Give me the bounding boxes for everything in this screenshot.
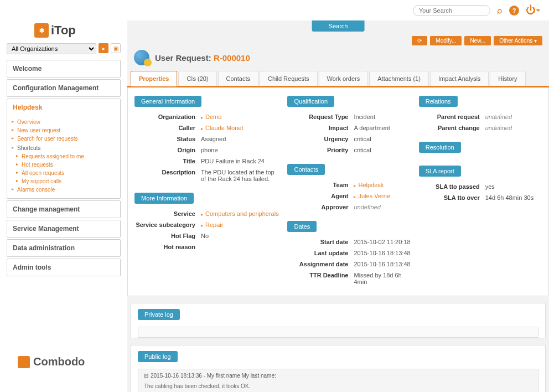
tab-impact[interactable]: Impact Analysis [430,71,489,86]
power-icon[interactable]: ⏻▾ [526,4,541,16]
nav-new-request[interactable]: New user request [17,126,120,135]
nav-my-support[interactable]: My support calls [22,177,120,185]
nav-helpdesk[interactable]: Helpdesk [7,99,120,116]
tab-history[interactable]: History [490,71,525,86]
nav-service[interactable]: Service Management [7,220,120,237]
private-log-input[interactable] [138,327,538,338]
tab-child-requests[interactable]: Child Requests [260,71,318,86]
nav-assigned-to-me[interactable]: Requests assigned to me [22,152,120,161]
logo-text: iTop [51,23,76,38]
link-team[interactable]: Helpdesk [358,182,384,188]
tab-attachments[interactable]: Attachments (1) [369,71,429,86]
app-logo: ✱ iTop [7,20,121,43]
section-sla: SLA report [419,166,461,177]
search-icon[interactable]: ⌕ [497,6,503,16]
link-organization[interactable]: Demo [205,114,221,120]
search-input[interactable] [419,7,484,14]
section-private-log: Private log [138,309,180,320]
logo-icon: ✱ [34,23,49,38]
nav-shortcuts-header: Shortcuts [17,143,120,152]
vendor-logo-icon [18,356,30,368]
section-contacts: Contacts [287,164,324,175]
help-icon[interactable]: ? [509,6,519,16]
link-caller[interactable]: Claude Monet [205,125,244,131]
org-clear-button[interactable]: ▣ [111,43,121,53]
global-search[interactable] [413,5,490,16]
public-log-entry: ⊟2015-10-16 18:13:36 - My first name My … [138,369,538,392]
link-subcategory[interactable]: Repair [205,221,223,228]
nav-hot-requests[interactable]: Hot requests [22,161,120,169]
tab-cis[interactable]: CIs (20) [178,71,216,86]
org-go-button[interactable]: ▸ [99,43,108,53]
nav-all-open[interactable]: All open requests [22,169,120,177]
section-qualification: Qualification [287,96,334,107]
request-icon [134,50,149,65]
search-tab[interactable]: Search [312,20,365,32]
nav-admin[interactable]: Admin tools [7,259,120,276]
link-service[interactable]: Computers and peripherals [205,210,279,217]
section-more: More Information [134,193,194,204]
refresh-button[interactable]: ⟳ [412,36,427,45]
nav-search-requests[interactable]: Search for user requests [17,135,120,143]
nav-alarms[interactable]: Alarms console [17,185,120,194]
nav-config[interactable]: Configuration Management [7,80,120,96]
nav-data[interactable]: Data administration [7,240,120,256]
vendor-logo: Combodo [7,278,121,368]
nav-welcome[interactable]: Welcome [7,60,120,77]
collapse-icon[interactable]: ⊟ [144,373,148,379]
nav-overview[interactable]: Overview [17,118,120,126]
section-relations: Relations [419,96,458,107]
modify-button[interactable]: Modify... [430,36,462,45]
tab-properties[interactable]: Properties [131,71,177,86]
section-dates: Dates [287,221,317,232]
nav-change[interactable]: Change management [7,201,120,218]
section-public-log: Public log [138,351,178,362]
page-title: User Request: R-000010 [155,53,250,63]
other-actions-button[interactable]: Other Actions ▾ [494,36,542,45]
section-resolution: Resolution [419,142,461,153]
new-button[interactable]: New... [464,36,491,45]
link-agent[interactable]: Jules Verne [358,193,390,199]
tab-contacts[interactable]: Contacts [218,71,258,86]
tab-work-orders[interactable]: Work orders [319,71,369,86]
section-general: General Information [134,96,201,107]
org-select[interactable]: All Organizations [7,43,96,54]
